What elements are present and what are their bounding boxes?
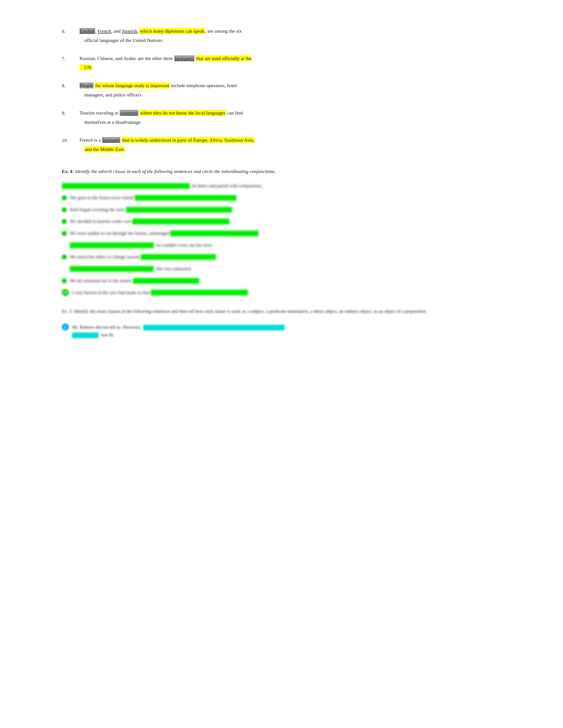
clause-9: where they do not know the local languag…	[140, 110, 226, 116]
ex4-label: Ex. 4	[62, 169, 72, 174]
word-english: English	[79, 28, 95, 34]
ex5-item-1: 1 Mr. Roberts did not tell us. However, …	[62, 323, 514, 339]
green-highlight-5b	[70, 242, 154, 248]
ex5-instruction-text: Ex. 5: Identify the noun clauses in the …	[62, 308, 514, 315]
blurred-text-3a: Rain began covering the trees	[70, 206, 126, 214]
list-num-9: 9.	[62, 108, 79, 127]
clause-10b: and the Middle East	[84, 146, 124, 152]
blurred-line-3: Rain began covering the trees	[62, 206, 514, 214]
green-highlight-9	[151, 290, 248, 295]
ex4-blurred-content: he knew and parted with companions. She …	[62, 182, 514, 296]
ex5-text-before: Mr. Roberts did not tell us. However,	[72, 325, 142, 330]
list-num-10: 10.	[62, 135, 79, 154]
numbered-list: 6. English, French, and Spanish, which m…	[62, 26, 514, 154]
list-num-7: 7.	[62, 54, 79, 72]
ex5-text-1: Mr. Roberts did not tell us. However, wa…	[72, 323, 514, 339]
green-highlight-8	[133, 278, 199, 284]
blurred-line-5b: we couldn't cross out the river.	[62, 241, 514, 249]
green-highlight-4	[132, 219, 229, 224]
list-num-8: 8.	[62, 81, 79, 99]
ex5-section: Ex. 5: Identify the noun clauses in the …	[62, 308, 514, 339]
green-highlight-2	[135, 195, 236, 201]
list-item-7: 7. Russian, Chinese, and Arabic are the …	[62, 54, 514, 72]
blurred-text-6a: We asked the elders to change toward	[70, 253, 141, 261]
word-spanish: Spanish	[122, 28, 137, 34]
blurred-text-2a: She goes to the forest town visited	[70, 194, 135, 202]
word-languages-7: languages	[174, 55, 194, 61]
list-item-9: 9. Tourists traveling to countries where…	[62, 108, 514, 127]
list-item-6: 6. English, French, and Spanish, which m…	[62, 26, 514, 45]
bullet-3	[62, 207, 67, 212]
blurred-line-8: We all remained out to the streets	[62, 277, 514, 285]
blurred-text-4a: We decided to borrow some corn	[70, 218, 132, 225]
bullet-2	[62, 195, 67, 200]
ex4-text: : Identify the adverb clause in each of …	[72, 169, 276, 174]
blurred-text-5b: we couldn't cross out the river.	[156, 241, 212, 249]
blurred-text-9a: I very known in the race had made so tha…	[72, 289, 151, 297]
bullet-5	[62, 231, 67, 236]
blurred-text-1: he knew and parted with companions.	[192, 182, 262, 190]
ex5-text-after: was lit.	[100, 332, 114, 338]
bullet-8	[62, 278, 67, 283]
blurred-text-8a: We all remained out to the streets	[70, 277, 133, 285]
list-item-10: 10. French is a language that is widely …	[62, 135, 514, 154]
blurred-line-7: She was exhausted.	[62, 265, 514, 273]
blurred-line-2: She goes to the forest town visited	[62, 194, 514, 202]
blurred-line-1: he knew and parted with companions.	[62, 182, 514, 190]
bullet-num-10: 10	[62, 289, 69, 296]
word-french: French	[98, 28, 111, 34]
blurred-line-6: We asked the elders to change toward	[62, 253, 514, 261]
blurred-text-5a: We were unable to cut through the frozen…	[70, 229, 170, 237]
blurred-line-9: 10 I very known in the race had made so …	[62, 289, 514, 297]
clause-10a: that is widely understood in parts of Eu…	[122, 137, 254, 143]
bullet-4	[62, 219, 67, 224]
blurred-line-4: We decided to borrow some corn	[62, 218, 514, 225]
green-highlight-5a	[170, 231, 258, 236]
cyan-highlight-2	[72, 332, 98, 338]
list-content-8: People for whom language study is import…	[79, 81, 514, 99]
list-item-8: 8. People for whom language study is imp…	[62, 81, 514, 99]
bullet-ex5-1: 1	[62, 323, 69, 330]
green-highlight-3	[126, 207, 232, 213]
word-countries-9: countries	[120, 110, 138, 116]
word-language-10: language	[102, 137, 120, 143]
clause-8: for whom language study is important	[95, 83, 169, 88]
list-num-6: 6.	[62, 26, 79, 45]
blurred-text-7: She was exhausted.	[156, 265, 192, 273]
bullet-6	[62, 255, 67, 259]
blurred-line-5: We were unable to cut through the frozen…	[62, 229, 514, 237]
cyan-highlight-1	[143, 325, 285, 330]
clause-6: which many diplomats can speak	[139, 28, 205, 34]
ex4-instruction: Ex. 4: Identify the adverb clause in eac…	[62, 167, 514, 175]
list-content-7: Russian, Chinese, and Arabic are the oth…	[79, 54, 514, 72]
word-people-8: People	[79, 83, 94, 88]
list-content-10: French is a language that is widely unde…	[79, 135, 514, 154]
list-content-9: Tourists traveling to countries where th…	[79, 108, 514, 127]
green-highlight-1	[62, 183, 190, 189]
clause-7: that are used officially at the UN	[79, 55, 251, 71]
green-highlight-7	[70, 266, 154, 272]
green-highlight-6	[141, 254, 216, 260]
list-content-6: English, French, and Spanish, which many…	[79, 26, 514, 45]
